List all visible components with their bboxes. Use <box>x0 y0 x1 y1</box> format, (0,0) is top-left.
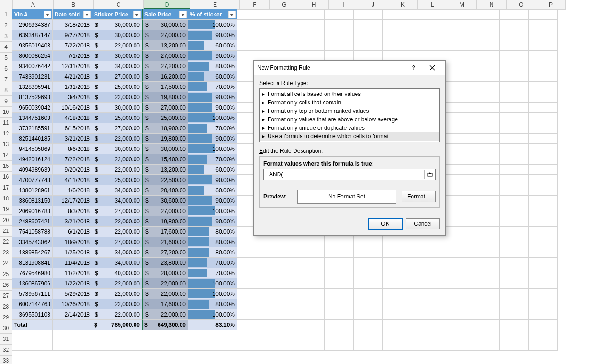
table-header-E[interactable]: % of sticker <box>188 9 237 20</box>
cell-J29[interactable] <box>354 299 383 309</box>
column-header-N[interactable]: N <box>477 0 507 9</box>
cell-O9[interactable] <box>500 92 529 103</box>
cell-N33[interactable] <box>470 340 500 351</box>
cell-P16[interactable] <box>529 165 558 175</box>
cell-B8[interactable]: 1/31/2018 <box>53 82 92 92</box>
cell-B19[interactable]: 12/17/2018 <box>53 196 92 206</box>
cell-P8[interactable] <box>529 82 558 92</box>
cell-H29[interactable] <box>295 299 325 309</box>
cell-C15[interactable]: $22,000.00 <box>92 154 142 165</box>
cell-H31[interactable] <box>295 320 325 330</box>
cell-A13[interactable]: 8251440185 <box>12 134 53 144</box>
cell-E7[interactable]: 60.00% <box>188 71 237 82</box>
cell-C10[interactable]: $30,000.00 <box>92 103 142 113</box>
filter-dropdown-icon[interactable] <box>179 11 187 18</box>
cell-A15[interactable]: 4942016124 <box>12 154 53 165</box>
cell-D9[interactable]: $19,800.00 <box>142 92 188 103</box>
cell-H1[interactable] <box>295 9 325 20</box>
cell-O18[interactable] <box>500 185 529 196</box>
cell-F32[interactable] <box>237 330 266 340</box>
row-header-21[interactable]: 21 <box>0 226 12 237</box>
cell-B10[interactable]: 10/16/2018 <box>53 103 92 113</box>
cell-E15[interactable]: 70.00% <box>188 154 237 165</box>
cell-K32[interactable] <box>383 330 412 340</box>
cell-E12[interactable]: 70.00% <box>188 123 237 134</box>
filter-dropdown-icon[interactable] <box>44 11 51 18</box>
cell-C25[interactable]: $34,000.00 <box>92 258 142 268</box>
cell-H33[interactable] <box>295 340 325 351</box>
cell-N28[interactable] <box>470 289 500 299</box>
cell-B6[interactable]: 12/31/2018 <box>53 61 92 71</box>
cell-P32[interactable] <box>529 330 558 340</box>
column-header-B[interactable]: B <box>54 0 94 9</box>
cell-J2[interactable] <box>354 20 383 30</box>
cell-A23[interactable]: 3345743062 <box>12 237 53 247</box>
cell-A19[interactable]: 3860813150 <box>12 196 53 206</box>
cell-D29[interactable]: $17,600.00 <box>142 299 188 309</box>
cell-J30[interactable] <box>354 309 383 320</box>
cell-C8[interactable]: $25,000.00 <box>92 82 142 92</box>
row-header-28[interactable]: 28 <box>0 301 12 312</box>
cell-F26[interactable] <box>237 268 266 278</box>
cell-A31[interactable]: Total <box>12 320 53 330</box>
cell-I2[interactable] <box>325 20 354 30</box>
cell-B15[interactable]: 7/22/2018 <box>53 154 92 165</box>
cell-J1[interactable] <box>354 9 383 20</box>
cell-N15[interactable] <box>470 154 500 165</box>
cell-L5[interactable] <box>412 51 441 61</box>
cell-D16[interactable]: $13,200.00 <box>142 165 188 175</box>
cell-M2[interactable] <box>441 20 470 30</box>
cell-C33[interactable] <box>92 340 142 351</box>
rule-type-item-0[interactable]: Format all cells based on their values <box>260 90 439 98</box>
cell-A32[interactable] <box>12 330 53 340</box>
cell-J27[interactable] <box>354 278 383 289</box>
cell-C13[interactable]: $22,000.00 <box>92 134 142 144</box>
cell-O12[interactable] <box>500 123 529 134</box>
cell-G23[interactable] <box>266 237 295 247</box>
cell-K4[interactable] <box>383 40 412 51</box>
cell-N11[interactable] <box>470 113 500 123</box>
cell-M28[interactable] <box>441 289 470 299</box>
cell-C30[interactable]: $22,000.00 <box>92 309 142 320</box>
table-header-A[interactable]: Vin # <box>12 9 53 20</box>
row-header-24[interactable]: 24 <box>0 258 12 269</box>
row-header-7[interactable]: 7 <box>0 74 12 85</box>
cell-I3[interactable] <box>325 30 354 40</box>
row-header-29[interactable]: 29 <box>0 312 12 323</box>
cell-E8[interactable]: 70.00% <box>188 82 237 92</box>
cell-P25[interactable] <box>529 258 558 268</box>
cell-F33[interactable] <box>237 340 266 351</box>
cell-K24[interactable] <box>383 247 412 258</box>
cell-C24[interactable]: $34,000.00 <box>92 247 142 258</box>
cell-D32[interactable] <box>142 330 188 340</box>
cell-J28[interactable] <box>354 289 383 299</box>
cell-E11[interactable]: 100.00% <box>188 113 237 123</box>
cell-E17[interactable]: 90.00% <box>188 175 237 185</box>
cell-C7[interactable]: $27,000.00 <box>92 71 142 82</box>
row-header-30[interactable]: 30 <box>0 323 12 334</box>
cell-A16[interactable]: 4094989639 <box>12 165 53 175</box>
cell-G24[interactable] <box>266 247 295 258</box>
cell-L4[interactable] <box>412 40 441 51</box>
cell-N2[interactable] <box>470 20 500 30</box>
cell-N21[interactable] <box>470 216 500 227</box>
cell-P17[interactable] <box>529 175 558 185</box>
cell-F27[interactable] <box>237 278 266 289</box>
row-header-31[interactable]: 31 <box>0 334 12 345</box>
cell-M27[interactable] <box>441 278 470 289</box>
cell-O5[interactable] <box>500 51 529 61</box>
cell-G31[interactable] <box>266 320 295 330</box>
cell-E21[interactable]: 90.00% <box>188 216 237 227</box>
cell-L26[interactable] <box>412 268 441 278</box>
cell-B28[interactable]: 5/29/2018 <box>53 289 92 299</box>
cell-I1[interactable] <box>325 9 354 20</box>
cell-A5[interactable]: 8000086254 <box>12 51 53 61</box>
cell-M25[interactable] <box>441 258 470 268</box>
cell-L28[interactable] <box>412 289 441 299</box>
cell-O31[interactable] <box>500 320 529 330</box>
cell-A33[interactable] <box>12 340 53 351</box>
cell-D10[interactable]: $27,000.00 <box>142 103 188 113</box>
cell-G28[interactable] <box>266 289 295 299</box>
column-header-J[interactable]: J <box>358 0 388 9</box>
cell-C20[interactable]: $27,000.00 <box>92 206 142 216</box>
